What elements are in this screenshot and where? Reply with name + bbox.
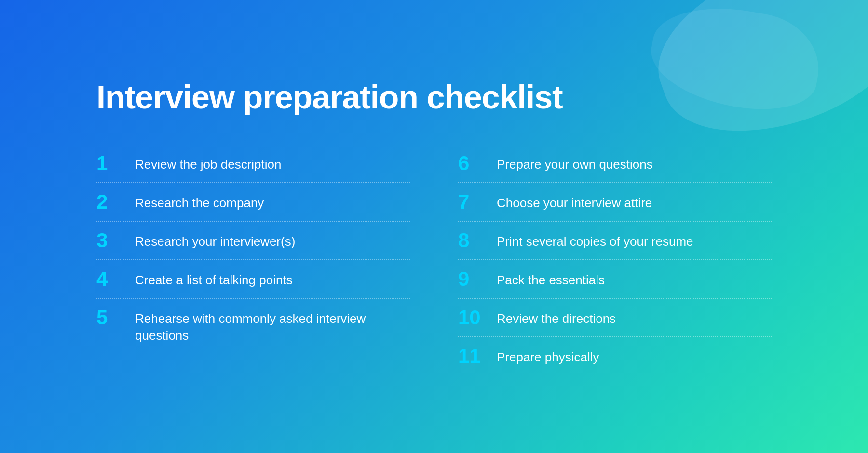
item-text: Choose your interview attire bbox=[497, 192, 652, 212]
list-item: 2 Research the company bbox=[96, 183, 410, 222]
page-title: Interview preparation checklist bbox=[96, 78, 772, 116]
item-text: Create a list of talking points bbox=[135, 269, 293, 289]
item-number: 2 bbox=[96, 192, 125, 212]
list-item: 1 Review the job description bbox=[96, 145, 410, 183]
item-number: 3 bbox=[96, 230, 125, 251]
item-text: Review the directions bbox=[497, 307, 616, 327]
list-item: 5 Rehearse with commonly asked interview… bbox=[96, 299, 410, 353]
list-item: 8 Print several copies of your resume bbox=[458, 222, 772, 260]
item-number: 1 bbox=[96, 153, 125, 173]
item-number: 7 bbox=[458, 192, 487, 212]
list-item: 11 Prepare physically bbox=[458, 337, 772, 375]
list-item: 4 Create a list of talking points bbox=[96, 260, 410, 299]
list-item: 10 Review the directions bbox=[458, 299, 772, 337]
item-text: Rehearse with commonly asked interview q… bbox=[135, 307, 410, 344]
item-number: 11 bbox=[458, 346, 487, 366]
list-item: 6 Prepare your own questions bbox=[458, 145, 772, 183]
left-column: 1 Review the job description 2 Research … bbox=[96, 145, 410, 375]
main-content: Interview preparation checklist 1 Review… bbox=[96, 49, 772, 404]
list-item: 9 Pack the essentials bbox=[458, 260, 772, 299]
checklist-columns: 1 Review the job description 2 Research … bbox=[96, 145, 772, 375]
item-text: Print several copies of your resume bbox=[497, 230, 693, 250]
list-item: 7 Choose your interview attire bbox=[458, 183, 772, 222]
item-text: Prepare physically bbox=[497, 346, 599, 366]
page-background: Interview preparation checklist 1 Review… bbox=[0, 0, 868, 453]
item-text: Prepare your own questions bbox=[497, 153, 653, 173]
item-number: 6 bbox=[458, 153, 487, 173]
item-number: 5 bbox=[96, 307, 125, 328]
item-number: 10 bbox=[458, 307, 487, 328]
list-item: 3 Research your interviewer(s) bbox=[96, 222, 410, 260]
item-number: 9 bbox=[458, 269, 487, 289]
item-number: 4 bbox=[96, 269, 125, 289]
item-text: Pack the essentials bbox=[497, 269, 605, 289]
item-text: Research the company bbox=[135, 192, 264, 212]
right-column: 6 Prepare your own questions 7 Choose yo… bbox=[458, 145, 772, 375]
item-number: 8 bbox=[458, 230, 487, 251]
item-text: Review the job description bbox=[135, 153, 282, 173]
item-text: Research your interviewer(s) bbox=[135, 230, 295, 250]
